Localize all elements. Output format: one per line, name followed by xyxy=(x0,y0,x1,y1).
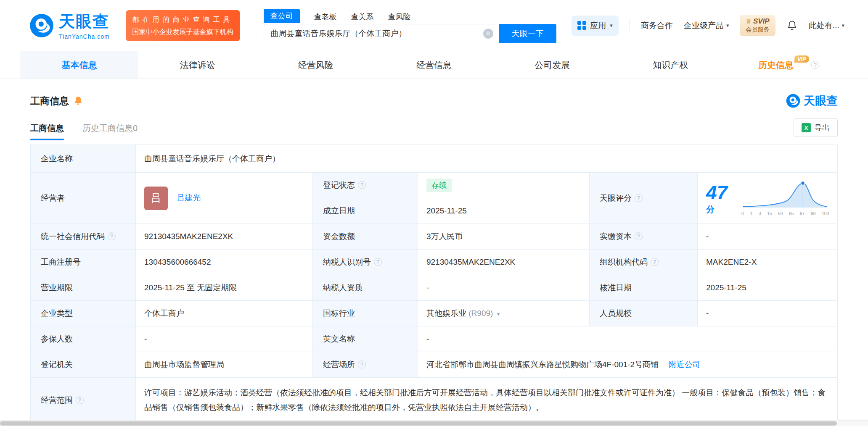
help-icon[interactable]: ? xyxy=(358,360,366,368)
enterprise-products-menu[interactable]: 企业级产品 ▾ xyxy=(684,20,729,31)
taxpayer-id-value: 92130435MAK2ENE2XK xyxy=(418,250,590,275)
business-scope-value: 许可项目：游艺娱乐活动；酒类经营（依法须经批准的项目，经相关部门批准后方可开展经… xyxy=(136,378,838,423)
help-icon[interactable]: ? xyxy=(635,232,643,240)
apps-menu-button[interactable]: 应用 ▾ xyxy=(572,16,619,36)
help-icon[interactable]: ? xyxy=(108,232,116,240)
enterprise-products-label: 企业级产品 xyxy=(684,20,724,31)
search-input[interactable] xyxy=(264,24,499,43)
caret-down-icon: ▾ xyxy=(842,22,844,29)
field-label: 资金数额 xyxy=(313,224,418,250)
taxpayer-quality-value: - xyxy=(418,275,590,301)
tab-label: 历史信息 xyxy=(758,59,794,71)
search-tab-risk[interactable]: 查风险 xyxy=(388,12,411,23)
field-label-text: 工商注册号 xyxy=(41,258,81,266)
tab-legal-proceedings[interactable]: 法律诉讼 xyxy=(138,51,257,79)
field-label: 登记状态? xyxy=(313,173,418,198)
field-label-text: 经营者 xyxy=(41,194,65,202)
field-label-text: 登记状态 xyxy=(323,181,355,189)
tab-intellectual-property[interactable]: 知识产权 xyxy=(611,51,730,79)
tab-history-info[interactable]: 历史信息 VIP ? xyxy=(730,51,848,79)
tianyancha-watermark-icon xyxy=(786,94,800,108)
capital-value: 3万人民币 xyxy=(418,224,590,250)
approval-date-value: 2025-11-25 xyxy=(698,275,838,301)
top-header: 天眼查 TianYanCha.com 都在用的商业查询工具 国家中小企业发展子基… xyxy=(0,0,868,51)
field-label-text: 企业名称 xyxy=(41,154,73,163)
score-unit: 分 xyxy=(706,205,715,214)
field-label-text: 实缴资本 xyxy=(600,232,632,241)
reg-authority-value: 曲周县市场监督管理局 xyxy=(136,352,313,378)
search-tab-boss[interactable]: 查老板 xyxy=(314,12,337,23)
field-label-text: 经营场所 xyxy=(323,360,355,369)
field-label-text: 资金数额 xyxy=(323,232,355,241)
field-label: 经营场所? xyxy=(313,352,418,378)
nearby-companies-link[interactable]: 附近公司 xyxy=(668,360,700,369)
search-tab-company[interactable]: 查公司 xyxy=(264,9,300,23)
tianyancha-logo[interactable]: 天眼查 TianYanCha.com xyxy=(29,11,110,40)
subscribe-bell-icon[interactable] xyxy=(73,96,83,106)
help-icon[interactable]: ? xyxy=(651,258,659,266)
paid-capital-value: - xyxy=(698,224,838,250)
score-axis-labels: 0131550859799100 xyxy=(741,211,829,216)
tab-label: 法律诉讼 xyxy=(180,59,215,71)
industry-value: 其他娱乐业 xyxy=(426,309,466,318)
field-label-text: 参保人数 xyxy=(41,334,73,343)
apps-grid-icon xyxy=(577,21,586,30)
operator-name-link[interactable]: 吕建光 xyxy=(177,193,201,202)
field-label: 统一社会信用代码? xyxy=(31,224,136,250)
field-label: 成立日期 xyxy=(313,198,418,224)
promo-badge[interactable]: 都在用的商业查询工具 国家中小企业发展子基金旗下机构 xyxy=(126,10,240,41)
field-label: 经营者 xyxy=(31,173,136,224)
table-row-insured-count: 参保人数 - 英文名称 - xyxy=(31,326,838,352)
company-type-value: 个体工商户 xyxy=(136,301,313,326)
premises-value-cell: 河北省邯郸市曲周县曲周镇振兴东路星悦购物广场4F-001-2号商铺 附近公司 xyxy=(418,352,838,378)
header-divider xyxy=(630,19,630,32)
help-icon[interactable]: ? xyxy=(358,181,366,189)
export-button[interactable]: X 导出 xyxy=(794,118,838,137)
search-button[interactable]: 天眼一下 xyxy=(499,24,556,43)
search-area: 查公司 查老板 查关系 查风险 ✕ 天眼一下 xyxy=(264,8,556,43)
field-label-text: 纳税人识别号 xyxy=(323,258,371,266)
industry-value-cell[interactable]: 其他娱乐业 (R909) ▾ xyxy=(418,301,590,326)
business-info-table: 企业名称 曲周县童话音乐娱乐厅（个体工商户） 经营者 吕 吕建光 登记状态? 存… xyxy=(30,145,838,423)
tab-basic-info[interactable]: 基本信息 xyxy=(20,51,138,79)
help-icon[interactable]: ? xyxy=(811,61,819,69)
tab-label: 经营信息 xyxy=(416,59,452,71)
field-label: 纳税人资质 xyxy=(313,275,418,301)
clear-icon[interactable]: ✕ xyxy=(483,29,493,39)
table-row-company-type: 企业类型 个体工商户 国标行业 其他娱乐业 (R909) ▾ 人员规模 - xyxy=(31,301,838,326)
operator-avatar[interactable]: 吕 xyxy=(144,187,168,210)
field-label-text: 成立日期 xyxy=(323,206,355,215)
header-right-actions: 应用 ▾ 商务合作 企业级产品 ▾ ♛ SVIP 会员服务 此处有... ▾ xyxy=(572,15,844,36)
status-badge: 存续 xyxy=(426,179,452,192)
field-label-text: 天眼评分 xyxy=(600,194,632,202)
section-title: 工商信息 xyxy=(30,95,69,108)
svip-member-badge[interactable]: ♛ SVIP 会员服务 xyxy=(740,15,775,36)
help-icon[interactable]: ? xyxy=(635,194,643,202)
subtab-history-business-info[interactable]: 历史工商信息0 xyxy=(82,123,138,140)
tab-label: 公司发展 xyxy=(535,59,570,71)
score-value-cell: 47分 0131550859799100 xyxy=(698,173,838,224)
help-icon[interactable]: ? xyxy=(374,258,382,266)
notification-bell-icon[interactable] xyxy=(786,20,798,31)
subtab-business-info[interactable]: 工商信息 xyxy=(30,123,64,140)
business-cooperation-link[interactable]: 商务合作 xyxy=(641,20,673,31)
field-label: 经营范围? xyxy=(31,378,136,423)
tab-business-info[interactable]: 经营信息 xyxy=(375,51,493,79)
help-icon[interactable]: ? xyxy=(76,396,84,404)
operator-value: 吕 吕建光 xyxy=(136,173,313,224)
field-label: 营业期限 xyxy=(31,275,136,301)
more-menu[interactable]: 此处有... ▾ xyxy=(809,20,844,31)
field-label: 工商注册号 xyxy=(31,250,136,275)
table-row-reg-number: 工商注册号 130435600666452 纳税人识别号? 92130435MA… xyxy=(31,250,838,275)
horizontal-scrollbar[interactable] xyxy=(0,420,868,426)
scrollbar-thumb[interactable] xyxy=(0,421,837,426)
search-tab-relation[interactable]: 查关系 xyxy=(351,12,374,23)
score-distribution-chart: 0131550859799100 xyxy=(741,181,829,216)
svip-sub-label: 会员服务 xyxy=(746,26,769,34)
apps-label: 应用 xyxy=(590,20,606,31)
watermark-brand-text: 天眼查 xyxy=(804,93,838,108)
business-term-value: 2025-11-25 至 无固定期限 xyxy=(136,275,313,301)
tab-company-development[interactable]: 公司发展 xyxy=(493,51,611,79)
tab-business-risk[interactable]: 经营风险 xyxy=(257,51,375,79)
field-label: 实缴资本? xyxy=(590,224,698,250)
